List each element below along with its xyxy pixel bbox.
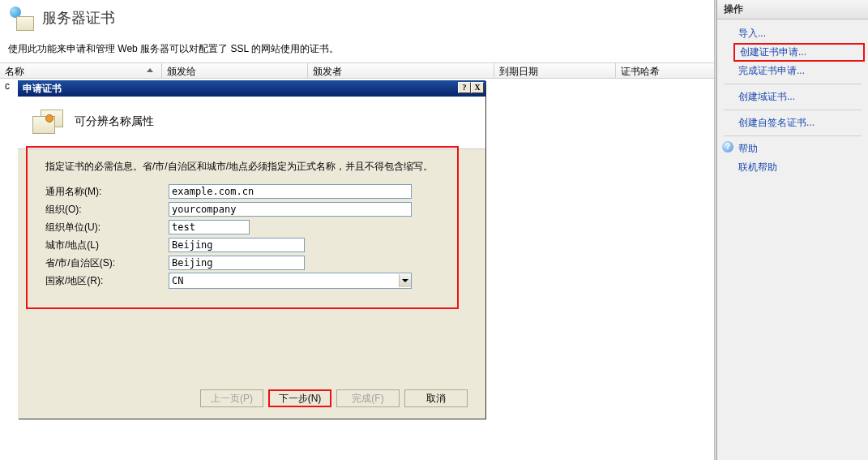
label-common-name: 通用名称(M): xyxy=(45,185,169,199)
chevron-down-icon xyxy=(399,274,411,287)
state-input[interactable] xyxy=(169,256,305,270)
separator xyxy=(724,135,862,136)
sort-asc-icon xyxy=(147,68,153,72)
help-icon: ? xyxy=(722,141,733,153)
country-select[interactable]: CN xyxy=(169,273,412,289)
cert-table-header: 名称 颁发给 颁发者 到期日期 证书哈希 xyxy=(0,62,716,79)
dialog-titlebar[interactable]: 申请证书 ? X xyxy=(18,80,485,97)
actions-panel: 操作 导入... 创建证书申请... 完成证书申请... 创建域证书... 创建… xyxy=(716,0,868,460)
finish-button: 完成(F) xyxy=(336,389,400,407)
th-hash[interactable]: 证书哈希 xyxy=(616,63,716,78)
label-city: 城市/地点(L) xyxy=(45,239,169,252)
action-import[interactable]: 导入... xyxy=(717,24,868,43)
action-help[interactable]: ?帮助 xyxy=(717,140,868,158)
prev-button: 上一页(P) xyxy=(200,389,263,407)
label-org-unit: 组织单位(U): xyxy=(45,221,169,234)
th-issued-to[interactable]: 颁发给 xyxy=(162,63,308,78)
page-subtitle: 使用此功能来申请和管理 Web 服务器可以对配置了 SSL 的网站使用的证书。 xyxy=(0,39,716,62)
th-expiry[interactable]: 到期日期 xyxy=(494,63,616,78)
action-online-help[interactable]: 联机帮助 xyxy=(717,158,868,177)
form-hint: 指定证书的必需信息。省/市/自治区和城市/地点必须指定为正式名称，并且不得包含缩… xyxy=(32,155,471,183)
separator xyxy=(724,84,862,84)
organization-input[interactable] xyxy=(169,202,412,217)
common-name-input[interactable] xyxy=(169,184,412,199)
action-create-request[interactable]: 创建证书申请... xyxy=(733,43,865,62)
next-button[interactable]: 下一步(N) xyxy=(268,389,331,407)
action-domain-cert[interactable]: 创建域证书... xyxy=(717,88,868,106)
page-title: 服务器证书 xyxy=(42,8,115,28)
th-name[interactable]: 名称 xyxy=(0,63,162,78)
action-self-signed[interactable]: 创建自签名证书... xyxy=(717,114,868,132)
actions-header: 操作 xyxy=(717,0,868,19)
separator xyxy=(724,110,862,110)
th-issuer[interactable]: 颁发者 xyxy=(308,63,494,78)
label-country: 国家/地区(R): xyxy=(45,274,169,288)
dialog-heading: 可分辨名称属性 xyxy=(75,114,154,129)
cancel-button[interactable]: 取消 xyxy=(404,389,468,407)
city-input[interactable] xyxy=(169,238,305,252)
page-icon xyxy=(8,5,34,31)
org-unit-input[interactable] xyxy=(169,220,250,234)
country-value: CN xyxy=(172,275,183,286)
help-button[interactable]: ? xyxy=(458,82,471,93)
label-organization: 组织(O): xyxy=(45,203,169,217)
request-cert-dialog: 申请证书 ? X 可分辨名称属性 指定证书的必需信息。省/市/自治区和城市/地点… xyxy=(18,80,485,419)
action-complete-request[interactable]: 完成证书申请... xyxy=(717,62,868,80)
close-button[interactable]: X xyxy=(471,82,484,93)
dialog-title: 申请证书 xyxy=(23,82,62,96)
label-state: 省/市/自治区(S): xyxy=(45,256,169,270)
cert-icon xyxy=(32,108,65,135)
